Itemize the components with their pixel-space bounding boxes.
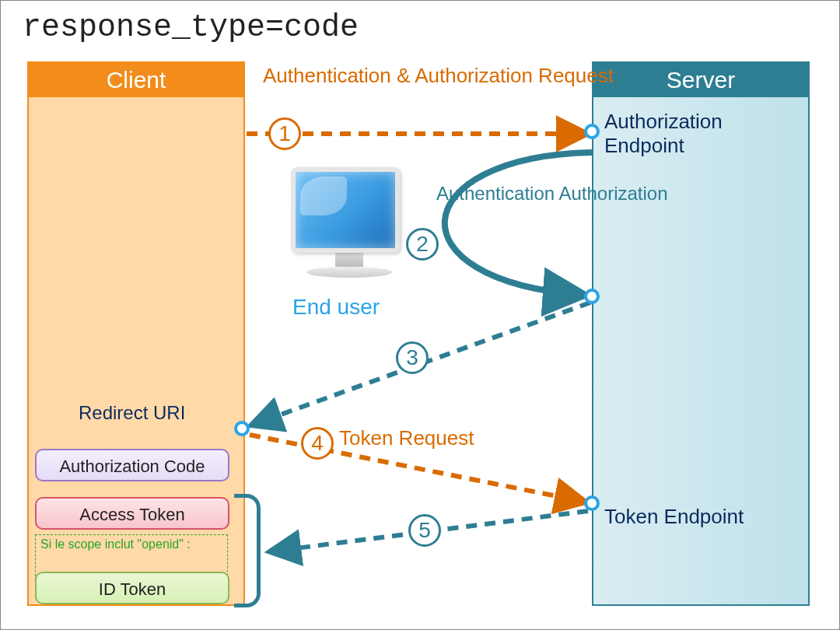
monitor-icon (291, 167, 408, 299)
page-title: response_type=code (23, 10, 359, 45)
monitor-screen-icon (291, 167, 400, 253)
redirect-uri-dot-icon (234, 421, 250, 436)
authorization-code-box: Authorization Code (35, 449, 229, 481)
step4-label: Token Request (339, 427, 474, 450)
client-header: Client (29, 63, 243, 97)
id-token-box: ID Token (35, 572, 229, 604)
monitor-base-icon (306, 267, 392, 278)
server-box: Server Authorization Endpoint Token Endp… (592, 61, 810, 606)
monitor-stand-icon (335, 253, 363, 267)
auth-endpoint-dot-icon (584, 124, 600, 139)
step-2-circle: 2 (406, 228, 439, 261)
step-5-circle: 5 (408, 514, 441, 547)
step-4-circle: 4 (301, 427, 334, 460)
diagram-canvas: response_type=code Client Server Authori… (0, 0, 840, 630)
step-3-circle: 3 (396, 341, 429, 374)
server-header: Server (593, 63, 808, 97)
auth-endpoint-dot2-icon (584, 289, 600, 304)
end-user-label: End user (292, 295, 380, 320)
access-token-box: Access Token (35, 497, 229, 530)
step2-label: Authentication Authorization (436, 183, 668, 205)
authorization-endpoint-label: Authorization Endpoint (593, 103, 808, 164)
token-endpoint-dot-icon (584, 495, 600, 511)
step1-label: Authentication & Authorization Request (263, 65, 614, 88)
token-endpoint-label: Token Endpoint (593, 499, 754, 535)
redirect-uri-label: Redirect URI (79, 402, 185, 424)
tokens-bracket-icon (234, 494, 261, 607)
step-1-circle: 1 (268, 117, 301, 150)
